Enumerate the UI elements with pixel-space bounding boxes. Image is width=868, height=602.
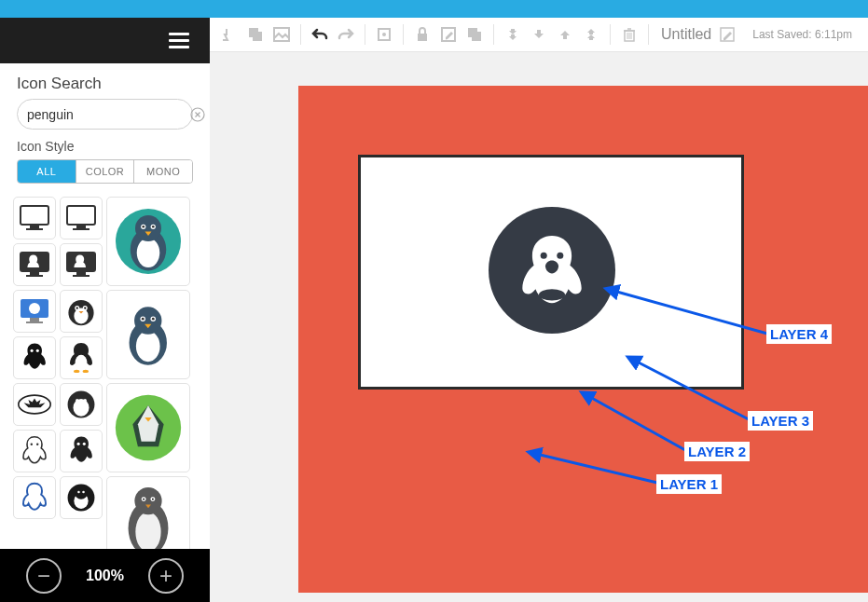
svg-point-52	[84, 399, 87, 402]
edit-icon[interactable]	[438, 24, 459, 45]
svg-point-19	[152, 226, 155, 228]
svg-point-38	[134, 308, 161, 335]
zoom-out-button[interactable]: −	[26, 558, 62, 594]
svg-point-42	[152, 318, 155, 321]
icon-result-penguin-flat-blue[interactable]	[106, 290, 190, 379]
style-tab-mono[interactable]: MONO	[133, 160, 192, 183]
bring-front-icon[interactable]	[503, 24, 523, 45]
svg-point-81	[541, 253, 547, 259]
svg-rect-0	[169, 33, 189, 35]
icon-result-batman[interactable]	[13, 383, 56, 426]
icon-result-penguin-origami-green[interactable]	[106, 383, 190, 472]
redo-icon[interactable]	[336, 24, 356, 45]
zoom-value: 100%	[86, 568, 124, 584]
icon-result-penguin-avatar-teal[interactable]	[106, 197, 190, 286]
svg-point-41	[142, 318, 145, 321]
svg-point-65	[134, 487, 161, 514]
icon-result-penguin-solid[interactable]	[60, 430, 103, 472]
svg-point-82	[557, 253, 563, 259]
svg-point-60	[75, 486, 88, 499]
svg-rect-11	[73, 228, 90, 230]
search-input[interactable]	[27, 107, 190, 122]
image-icon[interactable]	[271, 24, 292, 45]
zoom-in-button[interactable]: +	[148, 558, 184, 594]
svg-point-68	[143, 499, 145, 500]
edit-title-icon[interactable]	[717, 24, 737, 45]
clear-search-icon[interactable]	[190, 106, 205, 123]
svg-rect-8	[26, 228, 43, 230]
icon-result-monitor-outline[interactable]	[60, 197, 103, 239]
svg-rect-71	[253, 32, 262, 41]
svg-point-83	[539, 289, 565, 300]
layers-icon[interactable]	[464, 24, 485, 45]
toolbar: Untitled Last Saved: 6:11pm	[210, 18, 868, 52]
icon-grid	[13, 197, 197, 566]
svg-point-45	[76, 355, 88, 370]
crop-icon[interactable]	[374, 24, 394, 45]
toolbar-separator	[648, 24, 649, 45]
canvas-layer-3[interactable]	[489, 207, 615, 334]
menu-icon[interactable]	[169, 33, 189, 49]
style-tab-color[interactable]: COLOR	[76, 160, 134, 183]
svg-rect-22	[26, 275, 43, 277]
svg-rect-28	[26, 322, 43, 323]
svg-point-37	[136, 331, 160, 362]
svg-point-64	[135, 512, 160, 552]
svg-point-18	[142, 226, 145, 228]
trash-icon[interactable]	[619, 24, 640, 45]
search-area: Icon Search	[0, 63, 210, 130]
sidebar-header	[0, 18, 210, 63]
toolbar-separator	[493, 24, 494, 45]
toolbar-separator	[403, 24, 404, 45]
toolbar-separator	[365, 24, 365, 45]
flip-icon[interactable]	[219, 24, 240, 45]
svg-point-55	[36, 444, 38, 445]
svg-point-74	[382, 33, 386, 36]
lock-icon[interactable]	[412, 24, 433, 45]
toolbar-separator	[300, 24, 301, 45]
svg-point-44	[36, 349, 39, 352]
icon-result-monitor-outline[interactable]	[13, 197, 56, 239]
svg-point-35	[84, 307, 86, 308]
svg-point-34	[76, 307, 78, 308]
icon-result-penguin-round[interactable]	[60, 383, 103, 426]
svg-rect-1	[169, 39, 189, 42]
search-title: Icon Search	[17, 75, 193, 93]
icon-result-tux-black[interactable]	[13, 336, 56, 379]
svg-point-50	[74, 399, 90, 417]
svg-rect-27	[30, 318, 39, 322]
icon-result-monitor-fill[interactable]	[13, 243, 56, 286]
search-box	[17, 99, 193, 130]
svg-point-56	[76, 443, 79, 445]
bring-forward-icon[interactable]	[529, 24, 549, 45]
svg-rect-25	[73, 275, 90, 277]
icon-result-penguin-blue-outline[interactable]	[13, 476, 56, 519]
send-back-icon[interactable]	[581, 24, 601, 45]
icon-result-monitor-fill[interactable]	[60, 243, 103, 286]
icon-result-monitor-color[interactable]	[13, 290, 56, 333]
svg-point-43	[30, 349, 33, 352]
icon-result-tux-orange[interactable]	[60, 336, 103, 379]
icon-style-tabs: ALL COLOR MONO	[17, 159, 193, 184]
icon-style-title: Icon Style	[17, 139, 210, 154]
icon-result-penguin-outline[interactable]	[13, 430, 56, 472]
svg-point-69	[152, 499, 154, 500]
icon-result-penguin-face-dark[interactable]	[60, 290, 103, 333]
svg-rect-2	[169, 46, 189, 48]
svg-point-47	[83, 370, 89, 373]
annotation-layer-2: LAYER 2	[684, 442, 750, 461]
svg-point-61	[77, 491, 80, 494]
document-title[interactable]: Untitled	[661, 26, 711, 43]
svg-point-14	[137, 239, 160, 268]
style-tab-all[interactable]: ALL	[18, 160, 76, 183]
svg-rect-7	[30, 225, 39, 228]
undo-icon[interactable]	[310, 24, 330, 45]
send-backward-icon[interactable]	[555, 24, 575, 45]
svg-point-31	[74, 308, 88, 324]
annotation-layer-1: LAYER 1	[656, 474, 722, 494]
copy-icon[interactable]	[245, 24, 266, 45]
penguin-icon[interactable]	[511, 229, 593, 311]
svg-point-15	[135, 215, 161, 241]
icon-result-penguin-badge[interactable]	[60, 476, 103, 519]
svg-point-51	[76, 399, 78, 402]
